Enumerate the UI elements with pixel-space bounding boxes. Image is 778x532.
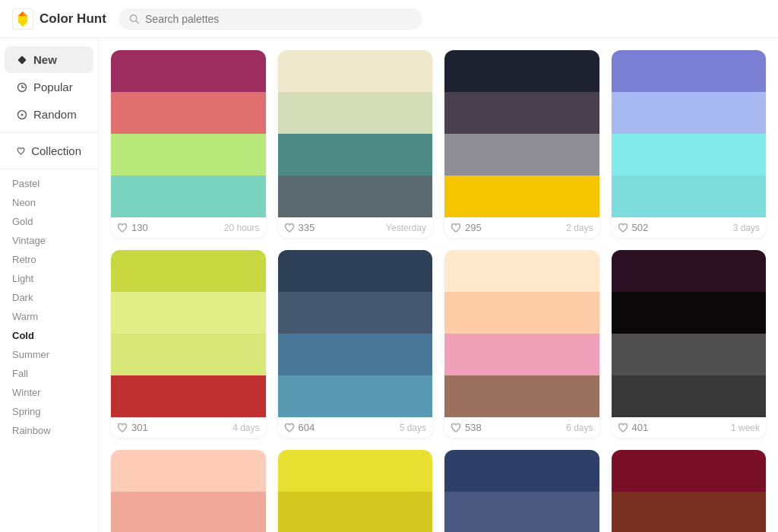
palette-card[interactable]: 4011 week — [612, 250, 767, 438]
color-swatch — [612, 50, 767, 92]
sidebar-divider-2 — [0, 169, 98, 169]
palette-card[interactable]: 4421 week — [444, 450, 599, 532]
color-swatch — [612, 176, 767, 217]
like-button[interactable]: 401 — [618, 422, 649, 433]
time-label: 6 days — [566, 423, 593, 433]
color-swatch — [278, 250, 433, 292]
color-swatch — [111, 50, 266, 92]
time-label: 20 hours — [224, 223, 260, 233]
palette-card[interactable]: 2952 days — [444, 50, 599, 238]
color-swatch — [111, 334, 266, 375]
sidebar-tag-vintage[interactable]: Vintage — [0, 231, 98, 250]
color-swatch — [278, 375, 433, 417]
like-button[interactable]: 295 — [451, 222, 482, 233]
diamond-icon — [17, 55, 27, 65]
sidebar-tag-pastel[interactable]: Pastel — [0, 174, 98, 193]
logo-text: Color Hunt — [40, 11, 106, 27]
palette-card[interactable]: 5023 days — [612, 50, 767, 238]
color-swatch — [278, 50, 433, 92]
heart-outline-icon — [451, 223, 461, 233]
palette-card[interactable]: 335Yesterday — [278, 50, 433, 238]
like-count: 538 — [465, 422, 482, 433]
time-label: Yesterday — [386, 223, 426, 233]
palette-grid: 13020 hours335Yesterday2952 days5023 day… — [111, 50, 766, 532]
color-swatch — [111, 176, 266, 217]
sidebar-tag-rainbow[interactable]: Rainbow — [0, 421, 98, 440]
sidebar-tag-cold[interactable]: Cold — [0, 326, 98, 345]
color-swatch — [278, 92, 433, 134]
svg-point-8 — [21, 113, 24, 116]
color-swatch — [111, 92, 266, 134]
color-swatch — [444, 334, 599, 375]
like-button[interactable]: 130 — [117, 222, 148, 233]
sidebar-item-popular[interactable]: Popular — [5, 74, 93, 100]
color-swatch — [111, 492, 266, 532]
logo-icon — [12, 8, 33, 30]
like-button[interactable]: 301 — [117, 422, 148, 433]
time-label: 5 days — [400, 423, 426, 433]
clock-icon — [17, 82, 27, 93]
search-input[interactable] — [145, 13, 412, 25]
palette-card[interactable]: 2181 week — [111, 450, 266, 532]
color-swatch — [444, 375, 599, 417]
like-count: 604 — [299, 422, 315, 433]
sidebar-tag-retro[interactable]: Retro — [0, 250, 98, 269]
color-swatch — [444, 450, 599, 492]
like-count: 335 — [299, 222, 315, 233]
sidebar-tag-dark[interactable]: Dark — [0, 288, 98, 307]
sidebar-tag-light[interactable]: Light — [0, 269, 98, 288]
like-count: 502 — [632, 222, 649, 233]
palette-footer: 5023 days — [612, 217, 767, 238]
sidebar-item-random[interactable]: Random — [5, 101, 93, 128]
color-swatch — [278, 176, 433, 217]
like-button[interactable]: 538 — [451, 422, 482, 433]
palette-footer: 3014 days — [111, 417, 266, 438]
sidebar-tag-warm[interactable]: Warm — [0, 307, 98, 326]
layout: New Popular Random Collection Pas — [0, 38, 778, 532]
color-swatch — [111, 250, 266, 292]
color-swatch — [444, 492, 599, 532]
sidebar-tag-spring[interactable]: Spring — [0, 402, 98, 421]
color-swatch — [278, 450, 433, 492]
sidebar-divider — [0, 132, 98, 133]
color-swatch — [278, 292, 433, 334]
color-swatch — [612, 450, 767, 492]
logo[interactable]: Color Hunt — [12, 8, 106, 30]
like-button[interactable]: 335 — [284, 222, 315, 233]
palette-card[interactable]: 6045 days — [278, 250, 433, 438]
sidebar-tag-summer[interactable]: Summer — [0, 345, 98, 364]
palette-card[interactable]: 5386 days — [444, 250, 599, 438]
sidebar-tag-fall[interactable]: Fall — [0, 364, 98, 383]
like-count: 401 — [632, 422, 649, 433]
color-swatch — [278, 134, 433, 176]
sidebar-nav-label-random: Random — [33, 108, 77, 121]
sidebar-tag-neon[interactable]: Neon — [0, 193, 98, 212]
heart-outline-icon — [451, 423, 461, 433]
palette-card[interactable]: 3014 days — [111, 250, 266, 438]
color-swatch — [444, 250, 599, 292]
like-count: 130 — [131, 222, 148, 233]
heart-outline-icon — [117, 223, 128, 233]
palette-footer: 6045 days — [278, 417, 433, 438]
heart-outline-icon — [618, 423, 628, 433]
time-label: 2 days — [566, 223, 593, 233]
color-swatch — [278, 334, 433, 375]
palette-card[interactable]: 2891 week — [612, 450, 767, 532]
sidebar-item-new[interactable]: New — [5, 46, 93, 73]
palette-card[interactable]: 13020 hours — [111, 50, 266, 238]
color-swatch — [612, 375, 767, 417]
time-label: 3 days — [733, 223, 760, 233]
palette-footer: 13020 hours — [111, 217, 266, 238]
search-bar[interactable] — [119, 8, 422, 30]
like-button[interactable]: 502 — [618, 222, 649, 233]
like-button[interactable]: 604 — [284, 422, 315, 433]
heart-outline-icon — [284, 223, 295, 233]
sidebar-collection-label: Collection — [31, 144, 81, 157]
heart-icon — [17, 146, 25, 157]
palette-card[interactable]: 3771 week — [278, 450, 433, 532]
color-swatch — [111, 375, 266, 417]
sidebar-item-collection[interactable]: Collection — [5, 138, 93, 164]
heart-outline-icon — [618, 223, 628, 233]
sidebar-tag-gold[interactable]: Gold — [0, 212, 98, 231]
sidebar-tag-winter[interactable]: Winter — [0, 383, 98, 402]
